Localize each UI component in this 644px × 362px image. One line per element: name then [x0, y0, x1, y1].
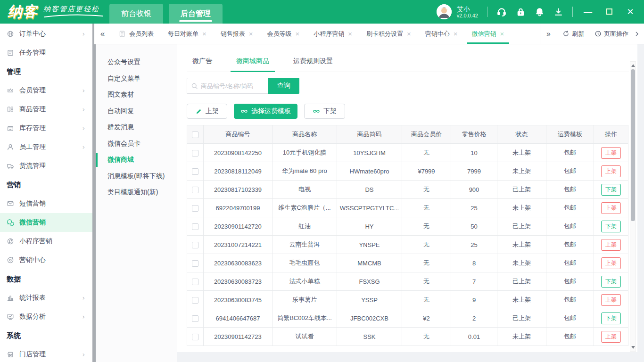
refresh-button[interactable]: 刷新	[557, 24, 589, 44]
page-operations-expand-icon[interactable]	[634, 24, 644, 44]
page-tab[interactable]: 每日对账单×	[161, 24, 214, 44]
sidebar-item[interactable]: 营销中心	[0, 251, 92, 270]
page-tab[interactable]: 刷卡积分设置×	[359, 24, 418, 44]
maximize-button[interactable]	[603, 6, 615, 18]
sidebar-item[interactable]: 微信营销	[0, 213, 92, 232]
lock-icon[interactable]	[516, 7, 526, 17]
row-checkbox[interactable]	[192, 187, 198, 193]
chevron-right-icon: ›	[82, 87, 85, 94]
submenu-item[interactable]: 微信商城	[96, 152, 177, 168]
row-checkbox[interactable]	[192, 334, 198, 340]
close-icon[interactable]: ×	[296, 30, 300, 38]
page-tab[interactable]: 会员等级×	[260, 24, 307, 44]
sidebar-item[interactable]: 任务管理	[0, 43, 92, 62]
page-tab[interactable]: 微信营销×	[465, 24, 512, 44]
take-off-shelf-button[interactable]: 下架	[304, 104, 345, 119]
scrollbar-thumb[interactable]	[631, 69, 635, 221]
row-checkbox[interactable]	[192, 242, 198, 248]
download-icon[interactable]	[553, 7, 563, 17]
page-operations-icon	[594, 30, 602, 37]
row-action-button[interactable]: 上架	[601, 294, 621, 306]
tab-mall-goods[interactable]: 微商城商品	[231, 54, 275, 72]
row-action-button[interactable]: 下架	[601, 276, 621, 288]
page-tab-label: 每日对账单	[168, 30, 198, 38]
app-window: 纳客 纳客管店更轻松 前台收银 后台管理 艾小 v2.0.0.42 —	[0, 0, 644, 362]
close-icon[interactable]: ×	[454, 30, 458, 38]
nav-tab-front-desk[interactable]: 前台收银	[109, 4, 163, 24]
sidebar-item[interactable]: 商品管理›	[0, 100, 92, 119]
row-action-button[interactable]: 上架	[601, 331, 621, 343]
put-on-shelf-button[interactable]: 上架	[187, 104, 227, 119]
row-action-button[interactable]: 上架	[601, 257, 621, 269]
row-checkbox[interactable]	[192, 297, 198, 304]
submenu-item[interactable]: 图文素材	[96, 87, 177, 103]
sidebar-item[interactable]: 门店管理›	[0, 345, 92, 362]
row-checkbox[interactable]	[192, 205, 198, 212]
sidebar-item[interactable]: 会员管理›	[0, 81, 92, 100]
cell-status: 未上架	[497, 254, 546, 272]
sidebar-item[interactable]: 货流管理	[0, 156, 92, 175]
scroll-tabs-left-button[interactable]: «	[94, 24, 111, 44]
search-input[interactable]	[201, 82, 263, 90]
sidebar-item[interactable]: 数据分析›	[0, 307, 92, 326]
row-action-button[interactable]: 下架	[601, 221, 621, 232]
submenu-item[interactable]: 微信会员卡	[96, 136, 177, 152]
close-icon[interactable]: ×	[202, 30, 206, 38]
page-tab[interactable]: 小程序营销×	[306, 24, 359, 44]
close-icon[interactable]: ×	[407, 30, 411, 38]
row-checkbox[interactable]	[192, 150, 198, 156]
page-operations-button[interactable]: 页面操作	[589, 24, 634, 44]
close-button[interactable]: ✕	[624, 6, 636, 18]
sidebar-item[interactable]: 库存管理›	[0, 119, 92, 138]
row-action-button[interactable]: 上架	[601, 202, 621, 214]
chevron-right-icon: ›	[82, 30, 85, 38]
sidebar-item[interactable]: 订单中心›	[0, 25, 92, 43]
scrollbar-up-arrow[interactable]	[630, 62, 636, 69]
page-tab[interactable]: 销售报表×	[214, 24, 260, 44]
close-icon[interactable]: ×	[500, 30, 504, 38]
cell-name: 红油	[272, 217, 337, 236]
sidebar-item[interactable]: 小程序营销	[0, 232, 92, 251]
submenu-item[interactable]: 自定义菜单	[96, 71, 177, 87]
row-action-button[interactable]: 上架	[601, 239, 621, 251]
scrollbar-down-arrow[interactable]	[630, 344, 636, 351]
tab-shipping-rules[interactable]: 运费规则设置	[288, 54, 339, 72]
page-tab[interactable]: 营销中心×	[418, 24, 465, 44]
select-shipping-template-button[interactable]: 选择运费模板	[234, 104, 297, 119]
sidebar-item[interactable]: 员工管理›	[0, 138, 92, 156]
search-button[interactable]: 查询	[268, 78, 299, 94]
bell-icon[interactable]	[535, 7, 545, 17]
submenu-item[interactable]: 自动回复	[96, 103, 177, 120]
monitor-chart-icon	[7, 313, 14, 321]
table-scrollbar[interactable]	[630, 61, 636, 352]
sidebar-scrollbar[interactable]	[92, 24, 96, 362]
row-checkbox[interactable]	[192, 315, 198, 322]
row-action-button[interactable]: 下架	[601, 184, 621, 196]
cell-status: 未上架	[497, 328, 546, 346]
row-action-button[interactable]: 上架	[601, 165, 621, 177]
select-all-checkbox[interactable]	[192, 132, 198, 138]
page-tab[interactable]: 会员列表	[111, 24, 161, 44]
cell-retail-price: 8	[451, 254, 497, 272]
minimize-button[interactable]: —	[582, 6, 594, 18]
customer-service-icon[interactable]	[496, 7, 507, 17]
row-checkbox[interactable]	[192, 223, 198, 230]
row-action-button[interactable]: 上架	[601, 147, 621, 159]
sidebar-item[interactable]: 统计报表›	[0, 288, 92, 307]
avatar[interactable]	[437, 4, 452, 19]
row-checkbox[interactable]	[192, 260, 198, 267]
scroll-tabs-right-button[interactable]: »	[540, 24, 557, 44]
row-action-button[interactable]: 下架	[601, 313, 621, 324]
submenu-item[interactable]: 公众号设置	[96, 54, 177, 71]
nav-tab-backend[interactable]: 后台管理	[169, 4, 223, 24]
submenu-item[interactable]: 消息模板(即将下线)	[96, 168, 177, 185]
sidebar-item[interactable]: 短信营销	[0, 194, 92, 213]
submenu-item[interactable]: 群发消息	[96, 119, 177, 136]
user-info[interactable]: 艾小 v2.0.0.42	[457, 5, 478, 19]
submenu-item[interactable]: 类目模版通知(新)	[96, 184, 177, 201]
row-checkbox[interactable]	[192, 279, 198, 285]
close-icon[interactable]: ×	[249, 30, 253, 38]
close-icon[interactable]: ×	[348, 30, 352, 38]
tab-micro-ad[interactable]: 微广告	[187, 54, 218, 72]
row-checkbox[interactable]	[192, 168, 198, 175]
